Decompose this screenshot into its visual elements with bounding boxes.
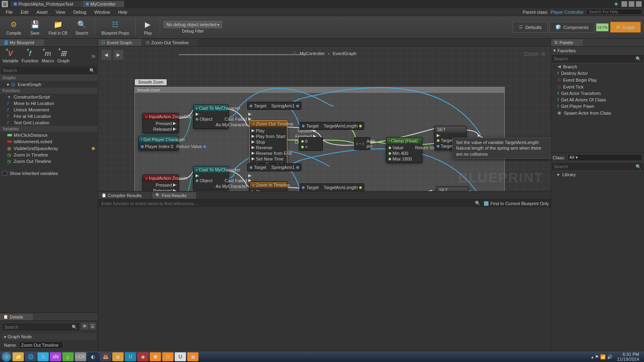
tl-zoomin[interactable]: ◷Zoom In TImeline — [0, 152, 98, 158]
doc-tab-controller[interactable]: MyController — [83, 1, 124, 7]
tb-udk[interactable]: UDK — [75, 352, 86, 361]
details-group[interactable]: ▾ Graph Node — [2, 333, 96, 340]
tab-compiler-results[interactable]: 📋 Compiler Results — [98, 192, 151, 199]
var-minclick[interactable]: MinClickDistance — [0, 132, 98, 138]
pal-library[interactable]: ▸ Library — [551, 171, 644, 178]
menu-view[interactable]: View — [52, 9, 69, 15]
menu-window[interactable]: Window — [90, 9, 114, 15]
pal-spawn[interactable]: ◉Spawn Actor from Class — [551, 109, 644, 116]
pal-destroy[interactable]: fDestroy Actor — [551, 70, 644, 76]
node-cast-1[interactable]: ▸ Cast To MyCharacter ObjectCast FailedA… — [193, 105, 229, 129]
graph-canvas[interactable]: ◄ ► ☷ MyController›EventGraph Zoom -4 BL… — [98, 47, 551, 191]
pal-transform[interactable]: fGet Actor Transform — [551, 90, 644, 97]
graph-eventgraph[interactable]: ▸☷EventGraph — [0, 81, 98, 88]
fn-unlock[interactable]: fUnlock Movement — [0, 107, 98, 113]
tb-skype[interactable]: S — [37, 352, 49, 361]
add-graph-button[interactable]: ⊞Graph — [57, 49, 70, 63]
tray-flag-icon[interactable]: ⚑ — [595, 354, 599, 360]
bp-props-button[interactable]: ☷Blueprint Props — [98, 17, 132, 37]
tb-steam[interactable]: ◐ — [87, 352, 99, 361]
menu-file[interactable]: File — [2, 9, 17, 15]
parent-class-link[interactable]: Player Controller — [551, 10, 584, 14]
node-mult-1[interactable]: 0 × — [299, 137, 323, 151]
node-get-player-1[interactable]: f Get Player Character Player Index 0Ret… — [138, 136, 179, 150]
var-locked[interactable]: IsMovementLocked — [0, 138, 98, 145]
compile-button[interactable]: ⚙Compile — [3, 17, 25, 37]
mybp-search[interactable]: 🔍 — [0, 66, 98, 75]
node-set-2[interactable]: SET TargetArmLengthTarget — [436, 187, 469, 191]
maximize-icon[interactable] — [629, 1, 634, 7]
details-view-icon[interactable]: 👁 — [81, 323, 88, 330]
minimize-icon[interactable] — [621, 1, 627, 7]
pal-playerpawn[interactable]: fGet Player Pawn — [551, 103, 644, 109]
tb-app3[interactable]: G — [162, 352, 173, 361]
node-armlength-get-2[interactable]: Target TargetArmLength — [299, 183, 364, 191]
details-search[interactable]: 🔍 — [2, 323, 80, 331]
save-button[interactable]: 💾Save — [26, 17, 44, 37]
tb-ue4[interactable]: U — [125, 352, 136, 361]
node-timeline-out[interactable]: ◷ Zoom Out Timeline PlayPlay from StartS… — [249, 120, 287, 169]
nav-back-button[interactable]: ◄ — [101, 50, 111, 60]
palette-search[interactable]: 🔍 — [551, 54, 644, 63]
fn-construction[interactable]: ✦ConstructionScript — [0, 94, 98, 100]
search-help-input[interactable] — [586, 9, 642, 15]
tray-up-icon[interactable]: ▴ — [591, 354, 594, 360]
graph-mode-button[interactable]: ⇄Graph — [610, 22, 641, 33]
tray-vol-icon[interactable]: 🔊 — [607, 354, 613, 360]
tb-explorer[interactable]: 📁 — [12, 352, 24, 361]
find-current-checkbox[interactable]: Find In Current Blueprint Only — [484, 201, 549, 206]
favorites-header[interactable]: ▾ Favorites — [551, 47, 644, 54]
node-add-1[interactable]: +Add pin — [354, 137, 370, 150]
components-mode-button[interactable]: 🧊Components — [549, 22, 594, 33]
eye-icon[interactable]: ◉ — [91, 146, 95, 151]
show-inherited-checkbox[interactable]: Show inherited variables — [0, 169, 98, 177]
node-springarm-2[interactable]: Target SpringArm1 — [247, 163, 301, 171]
tl-zoomout[interactable]: ◷Zoom Out Timeline — [0, 158, 98, 165]
taskbar-clock[interactable]: 6:31 PM11/19/2014 — [614, 352, 642, 362]
tb-ue4-2[interactable]: U — [175, 352, 186, 361]
menu-edit[interactable]: Edit — [17, 9, 33, 15]
fn-fire-hit[interactable]: fFire at Hit Location — [0, 113, 98, 119]
close-icon[interactable] — [636, 1, 642, 7]
tray-net-icon[interactable]: 📶 — [600, 354, 606, 360]
breadcrumb[interactable]: ☷ MyController›EventGraph — [293, 51, 357, 56]
fn-move-hit[interactable]: fMove to Hit Location — [0, 100, 98, 107]
node-armlength-get-1[interactable]: Target TargetArmLength — [299, 122, 364, 130]
start-button[interactable] — [2, 352, 11, 362]
class-select[interactable]: All ▾ — [568, 154, 642, 161]
find-cb-button[interactable]: 📁Find in CB — [45, 17, 71, 37]
notify-icon[interactable]: ◉ — [614, 1, 620, 7]
doc-tab-project[interactable]: ProjectAlpha_PrototypeTest — [10, 1, 82, 7]
node-input-zoomin[interactable]: ◇ InputAction ZoomIn PressedReleased — [142, 175, 179, 191]
pal-beginplay[interactable]: ◇Event Begin Play — [551, 76, 644, 83]
search-icon[interactable]: 🔍 — [475, 201, 481, 206]
debug-object-select[interactable]: No debug object selected ▾ — [163, 21, 222, 28]
defaults-mode-button[interactable]: ☰Defaults — [513, 22, 547, 33]
tb-app1[interactable]: ◉ — [112, 352, 124, 361]
node-springarm-1[interactable]: Target SpringArm1 — [247, 102, 301, 110]
tab-event-graph[interactable]: ☷Event Graph — [98, 39, 142, 46]
my-blueprint-tab[interactable]: 📘 My Blueprint — [0, 39, 44, 46]
node-cast-2[interactable]: ▸ Cast To MyCharacter ObjectCast FailedA… — [193, 166, 229, 190]
add-variable-button[interactable]: VVariable — [2, 49, 19, 63]
node-timeline-in[interactable]: ◷ Zoom In Timeline PlayPlay from StartSt… — [249, 181, 287, 191]
tb-app4[interactable]: ▣ — [187, 352, 198, 361]
pal-branch[interactable]: ◀Branch — [551, 63, 644, 70]
palette-tab[interactable]: ☰ Palette — [551, 39, 583, 46]
palette-lib-search[interactable]: 🔍 — [551, 162, 644, 171]
find-input[interactable] — [100, 200, 475, 207]
pal-tick[interactable]: ◇Event Tick — [551, 83, 644, 90]
add-macro-button[interactable]: mMacro — [42, 49, 54, 63]
details-tab[interactable]: 📋 Details — [0, 314, 33, 320]
node-clamp-1[interactable]: f Clamp (Float) ValueMin 400Max 1800Retu… — [386, 137, 422, 163]
expand-toolbar-icon[interactable]: » — [91, 52, 95, 60]
menu-debug[interactable]: Debug — [69, 9, 90, 15]
tb-gimp[interactable]: 🦊 — [100, 352, 111, 361]
node-input-zoomout[interactable]: ◇ InputAction ZoomOut PressedReleased — [142, 113, 179, 133]
tb-chrome[interactable]: 🌐 — [25, 352, 36, 361]
name-input[interactable] — [19, 341, 63, 349]
tb-xn[interactable]: xN — [50, 352, 61, 361]
details-list-icon[interactable]: ☰ — [89, 323, 96, 330]
fn-test-grid[interactable]: fTest Grid Location — [0, 119, 98, 126]
menu-help[interactable]: Help — [114, 9, 131, 15]
